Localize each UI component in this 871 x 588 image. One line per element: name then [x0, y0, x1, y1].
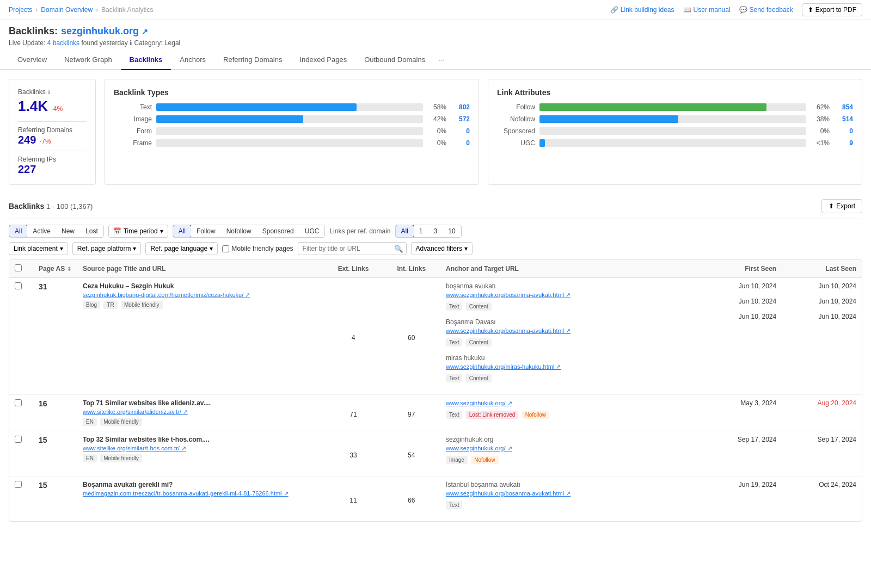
breadcrumb-current: Backlink Analytics [101, 6, 153, 14]
external-link-icon: ↗ [142, 27, 148, 36]
source-title: Top 32 Similar websites like t-hos.com..… [83, 436, 319, 443]
filter-sponsored[interactable]: Sponsored [257, 225, 299, 237]
row-checkbox[interactable] [15, 282, 22, 289]
top-actions: 🔗 Link building ideas 📖 User manual 💬 Se… [610, 3, 862, 16]
anchor-block: Boşanma Davası www.sezginhukuk.org/bosan… [446, 318, 696, 346]
int-links-value: 54 [408, 451, 415, 459]
breadcrumb-domain-overview[interactable]: Domain Overview [41, 6, 93, 14]
table-header-row: Page AS ⬍ Source page Title and URL Ext.… [9, 260, 862, 278]
tag-content: Content [466, 374, 492, 382]
tag-mobile-friendly: Mobile friendly [100, 418, 142, 426]
live-update: Live Update: 4 backlinks found yesterday… [9, 39, 862, 47]
link-placement-dropdown[interactable]: Link placement ▾ [9, 242, 68, 255]
chart-row-sponsored: Sponsored 0% 0 [497, 127, 853, 135]
chevron-down-icon-5: ▾ [464, 245, 468, 252]
tag-nofollow: Nofollow [522, 411, 549, 419]
tab-indexed-pages[interactable]: Indexed Pages [291, 50, 355, 70]
ref-page-language-dropdown[interactable]: Ref. page language ▾ [145, 242, 218, 255]
chart-row-text: Text 58% 802 [114, 103, 470, 111]
domain-link[interactable]: sezginhukuk.org ↗ [61, 26, 148, 37]
as-value: 16 [39, 399, 47, 408]
tag-lost: Lost: Link removed [466, 411, 519, 419]
links-per-ref-all[interactable]: All [395, 225, 414, 238]
export-icon: ⬆ [829, 202, 834, 210]
chart-row-image: Image 42% 572 [114, 115, 470, 123]
links-per-ref-10[interactable]: 10 [443, 225, 461, 237]
filter-search-input[interactable] [298, 242, 407, 255]
source-url-link[interactable]: www.sitelike.org/similar/t-hos.com.tr/ ↗ [83, 445, 186, 451]
tab-overview[interactable]: Overview [9, 50, 56, 70]
anchor-url-link[interactable]: www.sezginhukuk.org/bosanma-avukati.html… [446, 292, 571, 298]
tab-anchors[interactable]: Anchors [171, 50, 214, 70]
select-all-checkbox[interactable] [15, 264, 22, 271]
th-first-seen: First Seen [702, 260, 782, 278]
tag-text: Text [446, 411, 462, 419]
ref-page-platform-dropdown[interactable]: Ref. page platform ▾ [72, 242, 142, 255]
backlinks-label: Backlinks ℹ [18, 88, 87, 96]
tag-tr: TR [103, 301, 117, 309]
source-url-link[interactable]: medimagazin.com.tr/eczaci/tr-bosanma-avu… [83, 490, 289, 497]
send-feedback-link[interactable]: 💬 Send feedback [739, 6, 793, 14]
filter-follow[interactable]: Follow [191, 225, 221, 237]
row-checkbox[interactable] [15, 399, 22, 406]
filter-new-status[interactable]: New [56, 225, 80, 237]
anchor-url-link[interactable]: www.sezginhukuk.org/bosanma-avukati.html… [446, 490, 571, 497]
advanced-filters-button[interactable]: Advanced filters ▾ [411, 242, 473, 255]
anchor-url-link[interactable]: www.sezginhukuk.org/bosanma-avukati.html… [446, 327, 571, 334]
anchor-block: boşanma avukatı www.sezginhukuk.org/bosa… [446, 282, 696, 311]
charts-section: Backlink Types Text 58% 802 Image 42% 57… [105, 79, 862, 185]
export-pdf-button[interactable]: ⬆ Export to PDF [802, 3, 862, 16]
first-seen: Sep 17, 2024 [738, 436, 776, 443]
last-seen: Oct 24, 2024 [819, 481, 856, 488]
link-building-ideas-link[interactable]: 🔗 Link building ideas [610, 6, 674, 14]
filter-lost-status[interactable]: Lost [80, 225, 103, 237]
anchor-block: www.sezginhukuk.org/ ↗ Text Lost: Link r… [446, 399, 696, 419]
chart-row-form: Form 0% 0 [114, 127, 470, 135]
mobile-friendly-checkbox[interactable] [222, 245, 229, 252]
tab-network-graph[interactable]: Network Graph [56, 50, 120, 70]
th-ext-links: Ext. Links [324, 260, 383, 278]
chevron-down-icon: ▾ [160, 227, 163, 235]
breadcrumb-projects[interactable]: Projects [9, 6, 32, 14]
search-button[interactable]: 🔍 [394, 245, 403, 253]
th-page-as[interactable]: Page AS ⬍ [33, 260, 77, 278]
filter-active-status[interactable]: Active [27, 225, 56, 237]
tab-referring-domains[interactable]: Referring Domains [214, 50, 291, 70]
last-seen: Aug 20, 2024 [818, 399, 856, 407]
tab-backlinks[interactable]: Backlinks [121, 50, 171, 70]
backlinks-table-wrap: Page AS ⬍ Source page Title and URL Ext.… [9, 259, 862, 522]
tag-content: Content [466, 338, 492, 346]
chart-row-frame: Frame 0% 0 [114, 139, 470, 147]
source-url-link[interactable]: www.sitelike.org/similar/alideniz.av.tr/… [83, 408, 188, 415]
row-checkbox[interactable] [15, 436, 22, 443]
tag-blog: Blog [83, 301, 100, 309]
filter-all-type[interactable]: All [173, 225, 192, 238]
row-checkbox[interactable] [15, 481, 22, 488]
search-input-wrap: 🔍 [298, 242, 407, 255]
anchor-url-link[interactable]: www.sezginhukuk.org/ ↗ [446, 400, 512, 406]
ext-links-value: 4 [352, 334, 355, 342]
anchor-url-link[interactable]: www.sezginhukuk.org/ ↗ [446, 445, 512, 451]
tab-outbound-domains[interactable]: Outbound Domains [355, 50, 434, 70]
filter-all-status[interactable]: All [9, 225, 28, 238]
as-value: 31 [39, 282, 47, 291]
export-button[interactable]: ⬆ Export [821, 199, 862, 213]
source-title: Boşanma avukatı gerekli mi? [83, 481, 319, 488]
user-manual-link[interactable]: 📖 User manual [683, 6, 731, 14]
as-value: 15 [39, 481, 47, 490]
referring-ips-value: 227 [18, 163, 87, 176]
table-row: 15 Top 32 Similar websites like t-hos.co… [9, 431, 862, 476]
filter-ugc[interactable]: UGC [299, 225, 325, 237]
time-period-dropdown[interactable]: 📅 Time period ▾ [108, 225, 168, 238]
links-per-ref-3[interactable]: 3 [428, 225, 443, 237]
mobile-friendly-checkbox-label[interactable]: Mobile friendly pages [222, 245, 293, 252]
more-tabs-button[interactable]: ··· [434, 50, 449, 69]
links-per-ref-group: All 1 3 10 [395, 225, 462, 238]
backlink-count-link[interactable]: 4 backlinks [47, 39, 79, 47]
stats-card: Backlinks ℹ 1.4K -4% Referring Domains 2… [9, 79, 96, 185]
filter-row-1: All Active New Lost 📅 Time period ▾ All … [9, 225, 862, 238]
filter-nofollow[interactable]: Nofollow [221, 225, 257, 237]
source-url-link[interactable]: sezginhukuk.bigbang-digital.com/hizmetle… [83, 292, 250, 298]
links-per-ref-1[interactable]: 1 [414, 225, 428, 237]
anchor-url-link[interactable]: www.sezginhukuk.org/miras-hukuku.html ↗ [446, 363, 561, 370]
